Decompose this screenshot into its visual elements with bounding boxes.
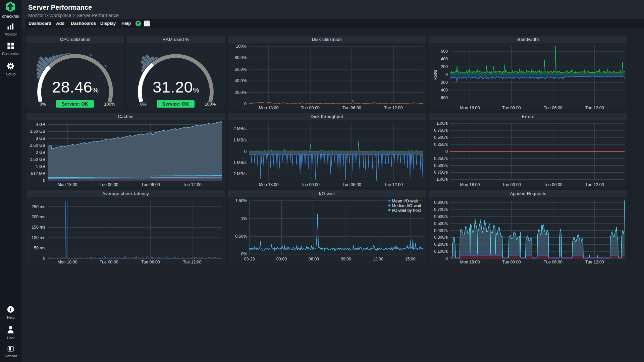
svg-text:150 ms: 150 ms (32, 225, 45, 230)
svg-text:I/O-wait by host: I/O-wait by host (392, 208, 421, 213)
svg-text:Tue 06:00: Tue 06:00 (141, 260, 160, 264)
svg-text:Mon 18:00: Mon 18:00 (460, 182, 480, 187)
svg-text:0.800/s: 0.800/s (434, 200, 448, 205)
svg-text:Tue 12:00: Tue 12:00 (585, 260, 604, 264)
svg-text:2.50 GB: 2.50 GB (30, 143, 45, 148)
svg-text:Tue 06:00: Tue 06:00 (544, 106, 562, 110)
svg-text:0%: 0% (140, 102, 147, 107)
svg-text:3.50 GB: 3.50 GB (30, 129, 45, 134)
svg-text:Mon 18:00: Mon 18:00 (57, 182, 77, 187)
svg-text:40.0%: 40.0% (235, 78, 247, 83)
svg-text:kbit/s: kbit/s (433, 70, 438, 79)
svg-text:400: 400 (441, 88, 448, 93)
svg-text:0.500/s: 0.500/s (434, 221, 448, 226)
svg-text:i: i (10, 307, 11, 312)
svg-text:Tue 06:00: Tue 06:00 (342, 106, 361, 110)
svg-text:0%: 0% (241, 252, 247, 256)
svg-text:60.0%: 60.0% (235, 67, 247, 72)
svg-text:Mon 18:00: Mon 18:00 (259, 182, 278, 187)
svg-text:0.250/s: 0.250/s (434, 142, 448, 147)
svg-text:Tue 00:00: Tue 00:00 (100, 182, 118, 187)
svg-text:20.0%: 20.0% (235, 90, 247, 95)
svg-text:15:00: 15:00 (405, 257, 415, 261)
svg-text:Tue 00:00: Tue 00:00 (301, 106, 320, 110)
svg-text:0: 0 (244, 149, 247, 154)
svg-text:0.400/s: 0.400/s (434, 228, 448, 233)
svg-text:0.750/s: 0.750/s (434, 170, 448, 175)
svg-text:Tue 00:00: Tue 00:00 (301, 182, 320, 187)
svg-text:Mon 18:00: Mon 18:00 (460, 260, 480, 264)
svg-text:3 GB: 3 GB (36, 136, 46, 141)
svg-text:0%: 0% (40, 102, 46, 107)
svg-text:Mon 18:00: Mon 18:00 (57, 260, 77, 264)
svg-text:100%: 100% (236, 44, 247, 49)
svg-text:50 ms: 50 ms (34, 246, 45, 250)
svg-text:03:00: 03:00 (276, 257, 287, 261)
svg-text:1 GB: 1 GB (36, 164, 46, 169)
svg-text:Tue 00:00: Tue 00:00 (100, 260, 118, 264)
svg-text:0.250/s: 0.250/s (434, 156, 448, 161)
svg-text:Mon 18:00: Mon 18:00 (460, 106, 480, 110)
svg-text:Tue 12:00: Tue 12:00 (585, 106, 604, 110)
svg-text:0.500/s: 0.500/s (434, 135, 448, 140)
svg-text:1%: 1% (241, 216, 247, 221)
svg-text:0: 0 (445, 149, 448, 154)
svg-text:0: 0 (43, 178, 45, 183)
svg-text:0.100/s: 0.100/s (434, 249, 448, 254)
svg-text:Mean I/O-wait: Mean I/O-wait (392, 199, 418, 203)
svg-text:0.500/s: 0.500/s (434, 163, 448, 168)
svg-text:0.600/s: 0.600/s (434, 214, 448, 219)
svg-text:0.700/s: 0.700/s (434, 207, 448, 212)
svg-text:512 MB: 512 MB (31, 171, 45, 176)
svg-text:Tue 06:00: Tue 06:00 (544, 182, 562, 187)
svg-text:09:00: 09:00 (341, 257, 351, 261)
svg-text:0.50%: 0.50% (235, 234, 247, 239)
svg-text:Tue 06:00: Tue 06:00 (544, 260, 562, 264)
svg-text:0.200/s: 0.200/s (434, 242, 448, 247)
svg-text:200: 200 (441, 80, 448, 85)
svg-text:03-29: 03-29 (244, 257, 255, 261)
svg-text:100 ms: 100 ms (32, 235, 45, 240)
svg-text:Tue 12:00: Tue 12:00 (585, 182, 604, 187)
svg-text:Tue 06:00: Tue 06:00 (342, 182, 361, 187)
svg-text:Tue 12:00: Tue 12:00 (384, 182, 403, 187)
svg-text:06:00: 06:00 (309, 257, 319, 261)
svg-text:12:00: 12:00 (373, 257, 383, 261)
svg-text:4 GB: 4 GB (36, 122, 46, 127)
svg-text:Tue 12:00: Tue 12:00 (183, 182, 202, 187)
svg-text:Mon 18:00: Mon 18:00 (259, 106, 278, 110)
svg-text:80.0%: 80.0% (235, 55, 247, 60)
svg-text:1.50 GB: 1.50 GB (30, 157, 45, 162)
svg-text:100%: 100% (104, 102, 115, 107)
svg-text:1.50%: 1.50% (235, 198, 247, 203)
svg-text:Tue 00:00: Tue 00:00 (502, 260, 521, 264)
svg-text:1.00/s: 1.00/s (436, 121, 448, 126)
svg-text:2 MB/s: 2 MB/s (233, 126, 247, 131)
svg-text:200 ms: 200 ms (32, 215, 45, 219)
svg-text:0: 0 (244, 102, 247, 106)
svg-text:400: 400 (441, 57, 448, 61)
svg-text:100%: 100% (205, 102, 216, 107)
svg-text:2 GB: 2 GB (36, 150, 46, 155)
svg-text:1 MB/s: 1 MB/s (233, 160, 247, 165)
svg-text:Median I/O-wait: Median I/O-wait (392, 203, 421, 208)
svg-text:600: 600 (441, 96, 448, 100)
svg-text:0: 0 (445, 72, 448, 77)
svg-text:0: 0 (445, 256, 448, 261)
svg-text:250 ms: 250 ms (32, 204, 45, 209)
svg-text:Tue 12:00: Tue 12:00 (183, 260, 202, 264)
svg-text:Tue 00:00: Tue 00:00 (502, 106, 521, 110)
svg-text:Tue 12:00: Tue 12:00 (384, 106, 403, 110)
svg-text:1 MB/s: 1 MB/s (233, 138, 247, 142)
svg-text:0.750/s: 0.750/s (434, 128, 448, 133)
svg-text:0.300/s: 0.300/s (434, 235, 448, 240)
svg-text:200: 200 (441, 64, 448, 69)
svg-text:600: 600 (441, 49, 448, 54)
svg-text:0: 0 (43, 256, 45, 261)
svg-text:2 MB/s: 2 MB/s (233, 172, 247, 176)
svg-text:1.00/s: 1.00/s (436, 177, 448, 182)
svg-text:Tue 00:00: Tue 00:00 (502, 182, 521, 187)
svg-text:Tue 06:00: Tue 06:00 (141, 182, 160, 187)
